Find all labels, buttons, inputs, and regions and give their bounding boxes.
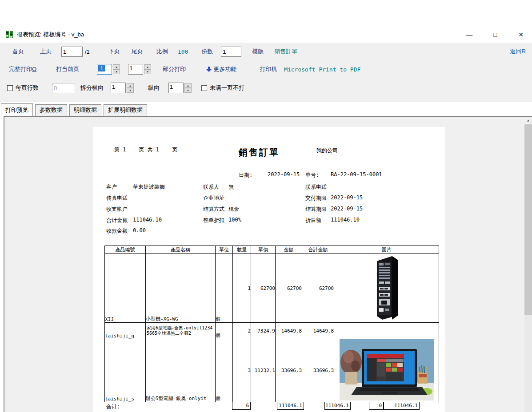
cell-image (334, 323, 439, 339)
contact-label: 联系人 (203, 183, 219, 191)
split-vertical-label: 纵向 (148, 84, 160, 92)
printer-name: Microsoft Print to PDF (284, 66, 360, 73)
tab-print-preview[interactable]: 打印预览 (1, 103, 33, 116)
first-page-button[interactable]: 首页 (12, 48, 24, 55)
print-range-from-spinner[interactable]: 1 ▲ ▼ (97, 64, 120, 75)
grand-total-qty: 6 (232, 402, 251, 410)
page-total-label: /1 (85, 48, 90, 55)
rows-per-page-input[interactable] (52, 83, 75, 93)
desktop-tower-photo (368, 255, 405, 321)
rows-per-page-checkbox[interactable] (7, 85, 13, 91)
scroll-up-button[interactable]: ∧ (524, 117, 532, 124)
back-link[interactable]: 返回R (510, 48, 526, 55)
cell-price: 62700 (251, 254, 276, 323)
table-header-row: 產品編號 產品名稱 單位 數量 單價 金額 合計金額 圖片 (105, 246, 439, 254)
copies-input[interactable] (221, 47, 241, 57)
scale-value: 100 (178, 48, 188, 55)
cell-unit: 個 (216, 339, 233, 402)
page-number-input[interactable] (61, 47, 83, 57)
table-row: taishiji_g 家用6型電腦-金奥-onlyit12345665全球温热二… (105, 323, 439, 339)
report-title: 銷售訂單 (239, 147, 280, 158)
rows-per-page-label: 每页行数 (16, 84, 39, 92)
scrollbar-thumb[interactable] (524, 124, 532, 315)
cell-amount: 33696.3 (276, 339, 302, 402)
full-print-button[interactable]: 完整打印O (9, 65, 36, 73)
vertical-scrollbar[interactable]: ∧ (524, 117, 532, 412)
page-counter: 第 1 页 共 1 页 (114, 146, 177, 154)
spin-down-icon[interactable]: ▼ (113, 69, 120, 74)
cell-qty: 1 (233, 254, 251, 323)
spin-up-icon[interactable]: ▲ (184, 83, 192, 88)
col-total: 合計金額 (302, 246, 334, 254)
cell-code: taishiji_g (105, 323, 146, 339)
date-value: 2022-09-15 (268, 171, 300, 178)
col-price: 單價 (251, 246, 276, 254)
report-page: 第 1 页 共 1 页 銷售訂單 我的公司 日期: 2022-09-15 单号:… (93, 127, 445, 412)
cell-total: 33696.3 (302, 339, 334, 402)
down-arrow-icon (206, 66, 212, 72)
order-no-value: BA-22-09-15-0001 (331, 171, 382, 178)
total-amount-value: 111046.10 (133, 217, 162, 223)
laptop-on-desk-photo (340, 339, 434, 400)
col-image: 圖片 (334, 246, 439, 254)
total-amount-label: 合计金额 (106, 217, 128, 224)
print-current-page-button[interactable]: 打当前页 (56, 65, 79, 73)
cell-amount: 14649.8 (276, 323, 302, 339)
skip-partial-page-checkbox[interactable] (201, 85, 207, 91)
tab-detail-data[interactable]: 明细数据 (69, 104, 101, 116)
date-label: 日期: (239, 171, 252, 179)
cell-name: 辦公5型電腦-銀奥-onlyit (146, 339, 216, 402)
customer-value: 華東捷波裝飾 (133, 183, 165, 191)
spin-down-icon[interactable]: ▼ (184, 88, 192, 93)
last-page-button[interactable]: 尾页 (132, 48, 143, 55)
spin-up-icon[interactable]: ▲ (144, 64, 151, 69)
spin-up-icon[interactable]: ▲ (113, 64, 120, 69)
partial-print-button[interactable]: 部分打印 (163, 65, 186, 73)
delivery-term-value: 2022-09-15 (331, 194, 363, 201)
account-label: 收支帐户 (106, 206, 128, 213)
company-name: 我的公司 (316, 147, 338, 154)
spin-down-icon[interactable]: ▼ (144, 69, 151, 74)
customer-label: 客户 (106, 183, 117, 191)
cell-total: 14649.8 (302, 323, 334, 339)
printer-button[interactable]: 打印机 (260, 65, 277, 73)
split-vertical-spinner[interactable]: 1 ▲ ▼ (168, 83, 192, 93)
cell-image (334, 339, 439, 402)
cell-price: 7324.9 (251, 323, 276, 339)
maximize-button[interactable]: □ (491, 31, 499, 38)
spin-up-icon[interactable]: ▲ (127, 83, 134, 88)
table-row: taishiji_s 辦公5型電腦-銀奥-onlyit 個 3 11232.1 … (105, 339, 439, 402)
grand-total-extra-b: 111046.1 (384, 402, 420, 410)
received-amount-label: 收款金额 (106, 227, 128, 235)
spin-down-icon[interactable]: ▼ (127, 88, 134, 93)
toolbar: 首页 上页 /1 下页 尾页 比例 100 份数 模版 销售訂單 返回R 完整打… (0, 43, 532, 102)
template-name: 销售訂單 (274, 48, 297, 55)
col-unit: 單位 (216, 246, 233, 254)
cell-name: 家用6型電腦-金奥-onlyit12345665全球温热二全额2 (146, 323, 216, 339)
print-preview-panel: 第 1 页 共 1 页 銷售訂單 我的公司 日期: 2022-09-15 单号:… (4, 116, 532, 412)
grand-total-amount: 111046.1 (277, 402, 304, 410)
settle-term-value: 2022-09-15 (331, 206, 363, 212)
template-button[interactable]: 模版 (252, 48, 264, 55)
settle-method-label: 结算方式 (203, 206, 224, 213)
table-row: XIJ 小型機-XG-WG 個 1 62700 62700 62700 (105, 254, 439, 323)
cell-qty: 2 (233, 323, 251, 339)
more-functions-button[interactable]: 更多功能 (213, 65, 236, 73)
copies-label: 份数 (201, 48, 213, 55)
tab-parameter-data[interactable]: 参数数据 (35, 104, 67, 116)
close-button[interactable]: ✕ (517, 31, 525, 38)
cell-code: taishiji_s (105, 339, 146, 402)
col-product-name: 產品名稱 (146, 246, 216, 254)
tab-extended-detail-data[interactable]: 扩展明细数据 (104, 104, 147, 116)
split-horizontal-spinner[interactable]: 1 ▲ ▼ (111, 83, 134, 93)
col-product-code: 產品編號 (105, 246, 146, 254)
grand-total-extra-a: 0 (369, 402, 384, 410)
cell-unit: 個 (216, 254, 233, 323)
cell-qty: 3 (233, 339, 251, 402)
minimize-button[interactable]: — (465, 31, 473, 38)
window-title: 报表预览: 模板编号 - v_ba (17, 31, 84, 39)
next-page-button[interactable]: 下页 (108, 48, 120, 55)
print-range-to-spinner[interactable]: 1 ▲ ▼ (128, 64, 151, 75)
prev-page-button[interactable]: 上页 (40, 48, 52, 55)
cell-amount: 62700 (276, 254, 302, 323)
